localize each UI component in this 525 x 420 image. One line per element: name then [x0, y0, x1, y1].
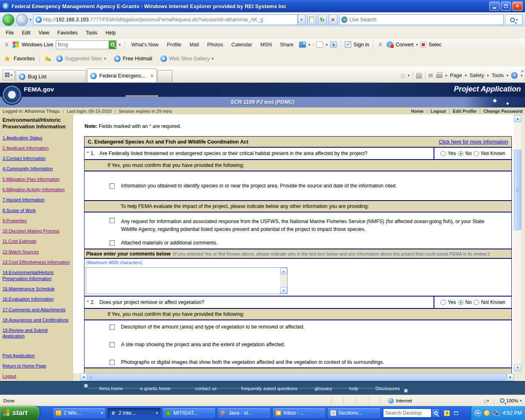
- windows-live-label[interactable]: Windows Live: [22, 42, 53, 48]
- tab-close-icon[interactable]: ×: [151, 73, 153, 79]
- webslice-dropdown[interactable]: ▾: [212, 57, 214, 61]
- toolbar-close-icon[interactable]: X: [377, 41, 384, 48]
- sidebar-item-hazard-information[interactable]: 7.Hazard Information: [2, 197, 70, 203]
- sidebar-item-evaluation-information[interactable]: 16.Evaluation Information: [2, 296, 70, 302]
- translate-icon[interactable]: a: [330, 41, 337, 48]
- live-whats-new[interactable]: What's New: [128, 42, 161, 48]
- taskbar-sections[interactable]: Sections...: [327, 408, 381, 419]
- tray-clock-icon[interactable]: [484, 410, 490, 416]
- page-icon[interactable]: [316, 41, 323, 48]
- radio-q1-yes[interactable]: [441, 151, 446, 156]
- horizontal-scroll-thumb[interactable]: [87, 373, 507, 381]
- convert-dropdown[interactable]: ▾: [416, 43, 418, 47]
- tray-collapse-icon[interactable]: ◄: [475, 410, 481, 416]
- tab-bug-list[interactable]: e Bug List: [16, 70, 86, 82]
- close-button[interactable]: ×: [512, 2, 523, 11]
- live-mail[interactable]: Mail: [187, 42, 202, 48]
- sidebar-item-decision-making[interactable]: 10.Decision Making Process: [2, 228, 70, 234]
- radio-q1-not-known[interactable]: [474, 151, 479, 156]
- sidebar-item-match-sources[interactable]: 12.Match Sources: [2, 249, 70, 255]
- tools-menu-dropdown[interactable]: ▾: [507, 73, 509, 78]
- change-password-link[interactable]: Change Password: [484, 109, 523, 114]
- add-favorite-icon[interactable]: ★: [44, 55, 50, 63]
- help-dropdown[interactable]: ▾: [520, 73, 523, 78]
- search-go-button[interactable]: ▾: [505, 14, 523, 25]
- quick-tabs-dropdown[interactable]: ▾: [11, 73, 13, 77]
- taskbar-inbox[interactable]: Inbox - ...: [272, 408, 326, 419]
- scroll-right-button[interactable]: ►: [507, 373, 514, 381]
- page-dropdown[interactable]: ▾: [326, 43, 328, 47]
- vertical-scroll-thumb[interactable]: [514, 150, 521, 230]
- group-dropdown[interactable]: ▾: [101, 411, 103, 415]
- group-dropdown[interactable]: ▾: [156, 411, 158, 415]
- home-link[interactable]: Home: [411, 109, 424, 114]
- compatibility-view-button[interactable]: [307, 14, 316, 25]
- print-application-link[interactable]: Print Application: [2, 353, 70, 358]
- toolbar-overflow-chevron[interactable]: »: [521, 68, 524, 74]
- scroll-down-button[interactable]: ▼: [514, 364, 521, 371]
- free-hotmail-button[interactable]: eFree Hotmail: [112, 55, 155, 62]
- restore-tray-icon[interactable]: [454, 411, 458, 415]
- checkbox-q1-attached-materials[interactable]: [110, 240, 115, 246]
- footer-glossary[interactable]: glossary: [315, 386, 332, 391]
- print-icon[interactable]: [436, 73, 443, 78]
- horizontal-scrollbar[interactable]: ◄ ►: [80, 373, 514, 381]
- home-dropdown[interactable]: ▾: [408, 73, 410, 78]
- desktop-search-button[interactable]: [431, 409, 440, 418]
- live-photos[interactable]: Photos: [204, 42, 226, 48]
- suggested-sites-button[interactable]: eSuggested Sites▾: [54, 55, 109, 62]
- scroll-down-icon[interactable]: ▼: [280, 287, 287, 294]
- bing-dropdown[interactable]: ▾: [119, 43, 121, 47]
- bing-search-input[interactable]: [58, 42, 109, 48]
- checkbox-q2-site-map[interactable]: [110, 342, 115, 347]
- zoom-level[interactable]: 100%: [506, 398, 518, 403]
- live-search-input[interactable]: [349, 17, 502, 23]
- scroll-up-button[interactable]: ▲: [514, 115, 521, 122]
- stop-button[interactable]: ×: [329, 14, 338, 25]
- comments-textarea[interactable]: ▲ ▼: [86, 267, 288, 294]
- tools-menu[interactable]: Tools: [492, 73, 504, 78]
- sidebar-item-mitigation-plan[interactable]: 5.Mitigation Plan Information: [2, 176, 70, 182]
- history-dropdown[interactable]: ▾: [30, 18, 32, 22]
- live-calendar[interactable]: Calendar: [228, 42, 255, 48]
- sidebar-item-mitigation-activity[interactable]: 6.Mitigation Activity Information: [2, 187, 70, 192]
- sidebar-item-properties[interactable]: 9.Properties: [2, 218, 70, 224]
- live-msn[interactable]: MSN: [258, 42, 275, 48]
- sidebar-item-contact-information[interactable]: 3.Contact Information: [2, 155, 70, 161]
- back-button[interactable]: ←: [2, 14, 14, 26]
- scroll-left-button[interactable]: ◄: [80, 373, 87, 381]
- web-slice-gallery-button[interactable]: eWeb Slice Gallery▾: [158, 55, 216, 62]
- radio-q2-yes[interactable]: [441, 300, 446, 305]
- protected-mode-dropdown[interactable]: ▾: [487, 399, 489, 403]
- sidebar-item-application-status[interactable]: 1.Application Status: [2, 135, 70, 141]
- read-mail-icon[interactable]: ✉: [428, 72, 433, 79]
- vertical-scrollbar[interactable]: ▲ ▼: [514, 115, 521, 371]
- clock-time[interactable]: 4:52 PM: [502, 410, 522, 416]
- checkbox-q1-usfws-request[interactable]: [110, 218, 115, 223]
- checkbox-q2-vegetation-description[interactable]: [110, 324, 115, 330]
- live-search-box[interactable]: [339, 14, 504, 25]
- return-home-link[interactable]: Return to Home Page: [2, 363, 70, 369]
- tab-federal-emergency[interactable]: e Federal Emergenc... ×: [87, 68, 157, 82]
- radio-q2-no[interactable]: [458, 300, 463, 305]
- live-profile[interactable]: Profile: [164, 42, 184, 48]
- sidebar-item-cost-estimate[interactable]: 11.Cost Estimate: [2, 238, 70, 244]
- window-titlebar[interactable]: e Federal Emergency Management Agency E-…: [0, 0, 525, 12]
- textarea-scrollbar[interactable]: ▲ ▼: [280, 268, 287, 294]
- address-input[interactable]: e http://192.168.3.193:7777/FEMAMitigati…: [33, 14, 298, 25]
- select-button[interactable]: Selec: [429, 42, 441, 48]
- sidebar-item-environmental-historic[interactable]: 14.Environmental/Historic Preservation I…: [2, 269, 70, 281]
- radio-q2-not-known[interactable]: [474, 300, 479, 305]
- logout-sidebar-link[interactable]: Logout: [2, 373, 70, 379]
- desktop-search-box[interactable]: [383, 409, 431, 418]
- rss-icon[interactable]: [416, 73, 422, 79]
- help-tray-icon[interactable]: ?: [444, 410, 450, 416]
- sidebar-item-applicant-information[interactable]: 2.Applicant Information: [2, 145, 70, 151]
- footer-egrants-home[interactable]: e-grants home: [140, 386, 171, 391]
- edit-profile-link[interactable]: Edit Profile: [453, 109, 477, 114]
- taskbar-mitigation[interactable]: MITIGAT...: [162, 408, 216, 419]
- footer-help[interactable]: help: [349, 386, 358, 391]
- radio-q1-no[interactable]: [458, 151, 463, 156]
- page-menu-dropdown[interactable]: ▾: [465, 73, 467, 78]
- safety-menu-dropdown[interactable]: ▾: [487, 73, 489, 78]
